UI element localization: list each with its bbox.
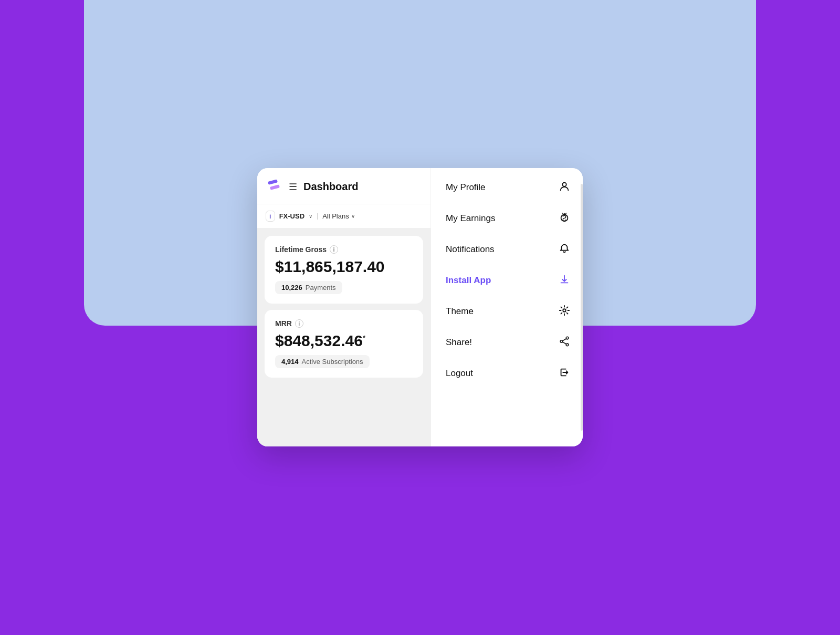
header: ☰ Dashboard xyxy=(257,168,430,204)
menu-item-install-app[interactable]: Install App xyxy=(431,265,583,296)
menu-item-my-profile[interactable]: My Profile xyxy=(431,172,583,203)
header-title: Dashboard xyxy=(303,181,358,193)
mrr-subscription-count: 4,914 xyxy=(281,358,299,366)
mrr-subscription-label: Active Subscriptions xyxy=(302,358,363,366)
mrr-info-icon[interactable]: i xyxy=(295,319,303,328)
toolbar-currency: FX-USD xyxy=(279,212,304,220)
lifetime-gross-payment-label: Payments xyxy=(306,284,336,292)
lifetime-gross-sub: 10,226 Payments xyxy=(275,281,342,294)
lifetime-gross-card: Lifetime Gross i $11,865,187.40 10,226 P… xyxy=(265,236,423,304)
toolbar-info-icon[interactable]: i xyxy=(266,211,275,222)
svg-point-2 xyxy=(562,182,566,186)
lifetime-gross-info-icon[interactable]: i xyxy=(330,245,338,254)
profile-icon xyxy=(559,181,570,195)
share-label: Share! xyxy=(446,337,472,348)
svg-rect-0 xyxy=(268,180,278,185)
mrr-value: $848,532.46* xyxy=(275,332,413,350)
download-icon xyxy=(559,274,570,288)
lifetime-gross-payment-count: 10,226 xyxy=(281,284,302,292)
dropdown-menu: My Profile My Earnings No xyxy=(430,168,583,446)
menu-item-theme[interactable]: Theme xyxy=(431,296,583,327)
my-profile-label: My Profile xyxy=(446,182,486,193)
lifetime-gross-value: $11,865,187.40 xyxy=(275,258,413,276)
mrr-card: MRR i $848,532.46* 4,914 Active Subscrip… xyxy=(265,310,423,378)
svg-rect-1 xyxy=(270,184,280,190)
menu-item-notifications[interactable]: Notifications xyxy=(431,234,583,265)
main-content: Lifetime Gross i $11,865,187.40 10,226 P… xyxy=(257,228,430,446)
plans-label: All Plans xyxy=(322,212,349,220)
my-earnings-label: My Earnings xyxy=(446,213,495,224)
toolbar-separator: | xyxy=(317,212,318,220)
currency-chevron-icon[interactable]: ∨ xyxy=(309,213,312,219)
notifications-label: Notifications xyxy=(446,244,495,255)
toolbar: i FX-USD ∨ | All Plans ∨ xyxy=(257,204,430,228)
logo-icon xyxy=(268,180,282,194)
logout-icon xyxy=(559,367,570,381)
left-panel: ☰ Dashboard i FX-USD ∨ | All Plans ∨ Lif… xyxy=(257,168,430,446)
svg-point-5 xyxy=(563,309,566,312)
toolbar-plans-dropdown[interactable]: All Plans ∨ xyxy=(322,212,355,220)
svg-rect-4 xyxy=(561,282,569,283)
plans-chevron-icon: ∨ xyxy=(351,213,355,219)
menu-item-share[interactable]: Share! xyxy=(431,327,583,358)
bell-icon xyxy=(559,243,570,257)
earnings-icon xyxy=(559,212,570,226)
mrr-label: MRR i xyxy=(275,319,413,328)
share-icon xyxy=(559,336,570,350)
install-app-label: Install App xyxy=(446,275,491,286)
mrr-asterisk: * xyxy=(363,334,365,342)
theme-label: Theme xyxy=(446,306,474,317)
lifetime-gross-label: Lifetime Gross i xyxy=(275,245,413,254)
mrr-sub: 4,914 Active Subscriptions xyxy=(275,355,370,368)
hamburger-icon[interactable]: ☰ xyxy=(289,181,297,193)
app-container: ☰ Dashboard i FX-USD ∨ | All Plans ∨ Lif… xyxy=(257,168,583,446)
menu-item-my-earnings[interactable]: My Earnings xyxy=(431,203,583,234)
logout-label: Logout xyxy=(446,368,473,379)
theme-icon xyxy=(559,305,570,319)
menu-item-logout[interactable]: Logout xyxy=(431,358,583,389)
